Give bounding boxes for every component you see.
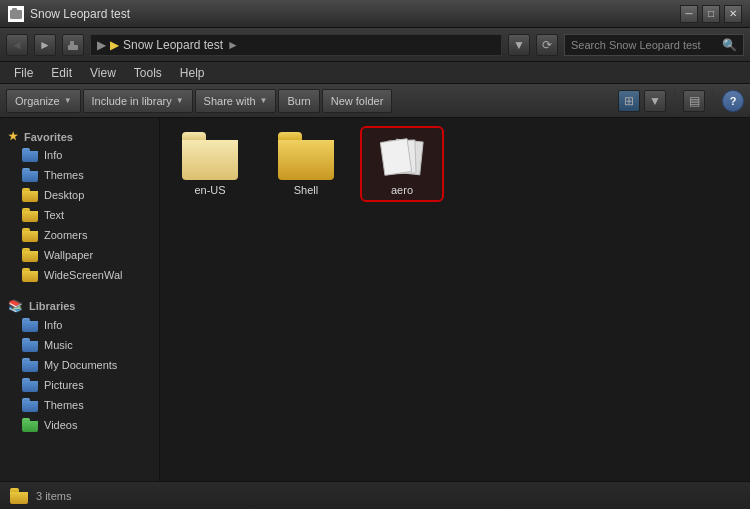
toolbar-right: ⊞ ▼ ▤ ?: [618, 89, 744, 113]
status-folder-icon: [10, 488, 28, 504]
path-arrow: ▶: [97, 38, 106, 52]
status-bar: 3 items: [0, 481, 750, 509]
forward-button[interactable]: ►: [34, 34, 56, 56]
share-with-button[interactable]: Share with ▼: [195, 89, 277, 113]
share-dropdown-arrow: ▼: [260, 96, 268, 105]
main-area: ★ Favorites Info Themes Desktop Text: [0, 118, 750, 481]
title-bar: Snow Leopard test ─ □ ✕: [0, 0, 750, 28]
organize-button[interactable]: Organize ▼: [6, 89, 81, 113]
sidebar-item-label: Pictures: [44, 379, 84, 391]
sidebar-lib-themes[interactable]: Themes: [0, 395, 159, 415]
back-button[interactable]: ◄: [6, 34, 28, 56]
sidebar-item-desktop[interactable]: Desktop: [0, 185, 159, 205]
toolbar: Organize ▼ Include in library ▼ Share wi…: [0, 84, 750, 118]
folder-icon: [22, 208, 38, 222]
sidebar-lib-pictures[interactable]: Pictures: [0, 375, 159, 395]
sidebar-item-widescreenwal[interactable]: WideScreenWal: [0, 265, 159, 285]
sidebar-lib-mydocuments[interactable]: My Documents: [0, 355, 159, 375]
minimize-button[interactable]: ─: [680, 5, 698, 23]
sidebar-item-label: Info: [44, 149, 62, 161]
path-folder-icon: ▶: [110, 38, 119, 52]
help-button[interactable]: ?: [722, 90, 744, 112]
folder-icon: [22, 148, 38, 162]
favorites-header: ★ Favorites: [0, 126, 159, 145]
sidebar-item-text[interactable]: Text: [0, 205, 159, 225]
up-button[interactable]: [62, 34, 84, 56]
folder-icon: [22, 398, 38, 412]
path-text: Snow Leopard test: [123, 38, 223, 52]
sidebar-item-wallpaper[interactable]: Wallpaper: [0, 245, 159, 265]
sidebar-item-label: Themes: [44, 169, 84, 181]
folder-icon: [22, 318, 38, 332]
organize-label: Organize: [15, 95, 60, 107]
folder-icon: [22, 358, 38, 372]
sidebar-item-label: Music: [44, 339, 73, 351]
view-icons-button[interactable]: ⊞: [618, 90, 640, 112]
menu-tools[interactable]: Tools: [126, 64, 170, 82]
toolbar-separator: [674, 89, 675, 113]
path-end-arrow: ►: [227, 38, 239, 52]
sidebar-item-themes[interactable]: Themes: [0, 165, 159, 185]
close-button[interactable]: ✕: [724, 5, 742, 23]
menu-edit[interactable]: Edit: [43, 64, 80, 82]
new-folder-label: New folder: [331, 95, 384, 107]
menu-view[interactable]: View: [82, 64, 124, 82]
sidebar-item-info[interactable]: Info: [0, 145, 159, 165]
menu-file[interactable]: File: [6, 64, 41, 82]
folder-icon: [22, 268, 38, 282]
content-area: en-US Shell aero: [160, 118, 750, 481]
sidebar-item-label: WideScreenWal: [44, 269, 122, 281]
folder-icon: [22, 168, 38, 182]
folder-label: aero: [391, 184, 413, 196]
window-title: Snow Leopard test: [30, 7, 680, 21]
folder-shell[interactable]: Shell: [266, 128, 346, 200]
libraries-label: Libraries: [29, 300, 75, 312]
maximize-button[interactable]: □: [702, 5, 720, 23]
share-label: Share with: [204, 95, 256, 107]
menu-bar: File Edit View Tools Help: [0, 62, 750, 84]
folder-en-us[interactable]: en-US: [170, 128, 250, 200]
menu-help[interactable]: Help: [172, 64, 213, 82]
sidebar: ★ Favorites Info Themes Desktop Text: [0, 118, 160, 481]
folder-icon: [22, 418, 38, 432]
sidebar-item-label: Themes: [44, 399, 84, 411]
include-library-button[interactable]: Include in library ▼: [83, 89, 193, 113]
sidebar-lib-info[interactable]: Info: [0, 315, 159, 335]
sidebar-lib-music[interactable]: Music: [0, 335, 159, 355]
sidebar-item-label: Videos: [44, 419, 77, 431]
burn-button[interactable]: Burn: [278, 89, 319, 113]
sidebar-item-label: Wallpaper: [44, 249, 93, 261]
svg-rect-1: [12, 8, 17, 11]
toolbar-separator2: [713, 89, 714, 113]
address-path[interactable]: ▶ ▶ Snow Leopard test ►: [90, 34, 502, 56]
folder-icon-large: [278, 132, 334, 180]
view-dropdown-button[interactable]: ▼: [644, 90, 666, 112]
address-bar: ◄ ► ▶ ▶ Snow Leopard test ► ▼ ⟳ Search S…: [0, 28, 750, 62]
libraries-icon: 📚: [8, 299, 23, 313]
include-dropdown-arrow: ▼: [176, 96, 184, 105]
sidebar-item-label: My Documents: [44, 359, 117, 371]
sidebar-divider: [0, 285, 159, 295]
sidebar-lib-videos[interactable]: Videos: [0, 415, 159, 435]
svg-rect-3: [70, 41, 74, 46]
folder-aero[interactable]: aero: [362, 128, 442, 200]
window-controls: ─ □ ✕: [680, 5, 742, 23]
path-dropdown-button[interactable]: ▼: [508, 34, 530, 56]
folder-label: en-US: [194, 184, 225, 196]
search-icon: 🔍: [722, 38, 737, 52]
search-placeholder: Search Snow Leopard test: [571, 39, 718, 51]
folder-icon: [22, 338, 38, 352]
folder-icon: [22, 378, 38, 392]
view-list-button[interactable]: ▤: [683, 90, 705, 112]
organize-dropdown-arrow: ▼: [64, 96, 72, 105]
refresh-button[interactable]: ⟳: [536, 34, 558, 56]
include-label: Include in library: [92, 95, 172, 107]
folder-label: Shell: [294, 184, 318, 196]
libraries-header: 📚 Libraries: [0, 295, 159, 315]
search-box[interactable]: Search Snow Leopard test 🔍: [564, 34, 744, 56]
sidebar-item-zoomers[interactable]: Zoomers: [0, 225, 159, 245]
svg-rect-0: [10, 10, 22, 19]
new-folder-button[interactable]: New folder: [322, 89, 393, 113]
sidebar-item-label: Desktop: [44, 189, 84, 201]
folder-icon: [22, 248, 38, 262]
